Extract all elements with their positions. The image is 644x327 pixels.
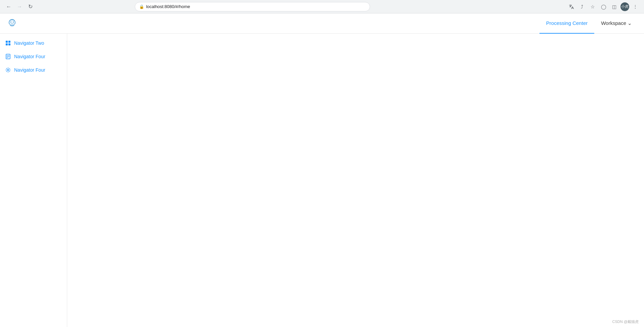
reload-button[interactable]: ↻ xyxy=(26,2,35,11)
main-content xyxy=(67,34,644,327)
svg-point-7 xyxy=(7,69,9,71)
document-icon xyxy=(5,54,11,59)
sidebar-item-navigator-four-2[interactable]: Navigator Four xyxy=(0,63,67,77)
sidebar-item-navigator-four-1-label: Navigator Four xyxy=(14,54,45,59)
share-icon[interactable]: ⤴ xyxy=(577,2,587,11)
app-footer: CSDN @戴猫虎 xyxy=(612,319,639,324)
app-navbar: Processing Center Workspace ⌄ xyxy=(0,13,644,34)
sidebar: Navigator Two Navigator Four xyxy=(0,34,67,327)
sidebar-item-navigator-four-1[interactable]: Navigator Four xyxy=(0,50,67,63)
translate-icon[interactable] xyxy=(567,2,576,11)
processing-center-link[interactable]: Processing Center xyxy=(539,13,594,34)
extensions-icon[interactable]: ◯ xyxy=(599,2,608,11)
svg-point-2 xyxy=(13,21,14,23)
url-display: localhost:8080/#/home xyxy=(146,4,366,9)
footer-text: CSDN @戴猫虎 xyxy=(612,320,639,324)
bookmark-icon[interactable]: ☆ xyxy=(588,2,598,11)
app-body: Navigator Two Navigator Four xyxy=(0,34,644,327)
split-screen-icon[interactable]: ◫ xyxy=(610,2,619,11)
sidebar-item-navigator-four-2-label: Navigator Four xyxy=(14,67,45,73)
browser-toolbar-right: ⤴ ☆ ◯ ◫ 小虎 ⋮ xyxy=(567,2,640,11)
gear-icon xyxy=(5,67,11,73)
workspace-link[interactable]: Workspace ⌄ xyxy=(594,13,639,34)
menu-icon[interactable]: ⋮ xyxy=(631,2,640,11)
app-nav-links: Processing Center Workspace ⌄ xyxy=(539,13,639,34)
app-wrapper: Processing Center Workspace ⌄ Navigator … xyxy=(0,13,644,327)
workspace-label: Workspace xyxy=(601,20,626,26)
browser-chrome: ← → ↻ 🔒 localhost:8080/#/home ⤴ ☆ xyxy=(0,0,644,13)
user-avatar[interactable]: 小虎 xyxy=(620,2,629,11)
app-logo xyxy=(5,17,19,30)
sidebar-item-navigator-two[interactable]: Navigator Two xyxy=(0,36,67,50)
forward-button[interactable]: → xyxy=(15,2,24,11)
sidebar-item-navigator-two-label: Navigator Two xyxy=(14,40,44,46)
svg-point-1 xyxy=(10,21,12,23)
grid-icon xyxy=(5,40,11,46)
back-button[interactable]: ← xyxy=(4,2,13,11)
lock-icon: 🔒 xyxy=(139,4,144,9)
workspace-dropdown-icon: ⌄ xyxy=(628,20,632,26)
address-bar[interactable]: 🔒 localhost:8080/#/home xyxy=(135,2,370,11)
browser-nav-buttons: ← → ↻ xyxy=(4,2,35,11)
